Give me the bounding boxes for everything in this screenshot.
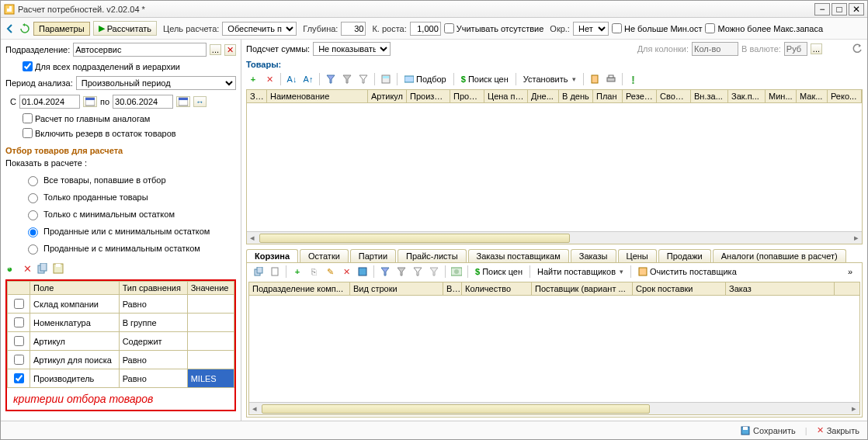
copy-icon[interactable] bbox=[36, 262, 49, 275]
dept-clear-button[interactable]: ✕ bbox=[224, 44, 236, 56]
grid-col[interactable]: Дне... bbox=[528, 90, 559, 102]
minimize-button[interactable]: − bbox=[814, 3, 830, 16]
add-icon[interactable]: + bbox=[246, 72, 260, 86]
tab-3[interactable]: Прайс-листы bbox=[398, 249, 466, 262]
add-row-icon[interactable]: ●+ bbox=[5, 262, 18, 275]
clear-supplier-button[interactable]: Очистить поставщика bbox=[635, 266, 740, 277]
sort-asc-icon[interactable]: A↓ bbox=[285, 72, 299, 86]
period-select[interactable]: Произвольный период bbox=[76, 76, 236, 90]
round-select[interactable]: Нет о bbox=[573, 22, 609, 36]
depth-input[interactable] bbox=[341, 22, 366, 36]
maximize-button[interactable]: □ bbox=[832, 3, 847, 16]
calculate-button[interactable]: ▶ Рассчитать bbox=[93, 21, 157, 36]
grid-col[interactable]: Реко... bbox=[828, 90, 862, 102]
grid-col[interactable]: В день bbox=[559, 90, 593, 102]
grid-col[interactable]: Своб... bbox=[657, 90, 691, 102]
sub-f4-icon[interactable] bbox=[427, 265, 441, 279]
sub-edit-icon[interactable]: ✎ bbox=[323, 265, 337, 279]
find-suppliers-dropdown[interactable]: Найти поставщиков bbox=[534, 266, 627, 277]
tab-5[interactable]: Заказы bbox=[571, 249, 616, 262]
grid-col[interactable]: План bbox=[593, 90, 623, 102]
grid-col[interactable]: Зак.п... bbox=[728, 90, 766, 102]
sub-grid-col[interactable]: Количество bbox=[462, 282, 532, 295]
back-icon[interactable] bbox=[5, 23, 16, 34]
calc-icon[interactable] bbox=[379, 72, 393, 86]
no-more-min-checkbox[interactable]: Не больше Мин.ост bbox=[612, 23, 703, 33]
save-button[interactable]: Сохранить bbox=[741, 426, 796, 435]
growth-input[interactable] bbox=[410, 22, 441, 36]
sub-copy-icon[interactable] bbox=[252, 265, 266, 279]
by-analogs-checkbox[interactable]: Расчет по главным аналогам bbox=[23, 113, 150, 123]
reload-icon[interactable] bbox=[852, 43, 863, 54]
grid-col[interactable]: Мин... bbox=[766, 90, 797, 102]
sub-grid-col[interactable]: Срок поставки bbox=[633, 282, 726, 295]
date-from-cal-button[interactable] bbox=[83, 96, 97, 107]
filter-row[interactable]: НоменклатураВ группе bbox=[8, 314, 234, 332]
sub-link-icon[interactable]: ⎘ bbox=[307, 265, 321, 279]
sub-add-icon[interactable]: + bbox=[290, 265, 304, 279]
filter3-icon[interactable] bbox=[356, 72, 370, 86]
filter-col-val[interactable]: Значение bbox=[187, 282, 234, 295]
date-to-cal-button[interactable] bbox=[176, 96, 190, 107]
filter-row[interactable]: АртикулСодержит bbox=[8, 332, 234, 351]
alert-icon[interactable]: ! bbox=[627, 72, 641, 86]
refresh-icon[interactable] bbox=[19, 23, 30, 34]
tab-1[interactable]: Остатки bbox=[300, 249, 349, 262]
delete-row-icon[interactable]: ✕ bbox=[21, 262, 33, 275]
filter-col-cmp[interactable]: Тип сравнения bbox=[119, 282, 187, 295]
grid-hscroll[interactable]: ◂▸ bbox=[247, 231, 862, 244]
tab-8[interactable]: Аналоги (попавшие в расчет) bbox=[713, 249, 846, 262]
grid-col[interactable]: Мак... bbox=[797, 90, 828, 102]
sub-grid-hscroll[interactable]: ◂▸ bbox=[249, 402, 859, 414]
print-icon[interactable] bbox=[604, 72, 618, 86]
tab-0[interactable]: Корзина bbox=[246, 249, 298, 262]
close-footer-button[interactable]: ✕Закрыть bbox=[817, 425, 859, 435]
sub-grid-col[interactable]: Подразделение комп... bbox=[249, 282, 350, 295]
tab-6[interactable]: Цены bbox=[618, 249, 657, 262]
params-button[interactable]: Параметры bbox=[33, 22, 90, 36]
dept-input[interactable] bbox=[73, 43, 207, 57]
show-radio-1[interactable]: Только проданные товары bbox=[24, 191, 236, 203]
sub-f2-icon[interactable] bbox=[394, 265, 408, 279]
grid-col[interactable]: Артикул bbox=[368, 90, 407, 102]
grid-col[interactable]: Прод... bbox=[450, 90, 484, 102]
save-filter-icon[interactable] bbox=[52, 262, 64, 275]
search-price-button[interactable]: $Поиск цен bbox=[458, 74, 512, 85]
date-to-input[interactable] bbox=[113, 95, 173, 109]
grid-col[interactable]: Наименование bbox=[267, 90, 368, 102]
grid-col[interactable]: Цена пр... bbox=[484, 90, 528, 102]
tab-4[interactable]: Заказы поставщикам bbox=[468, 249, 569, 262]
grid-col[interactable]: За... bbox=[247, 90, 267, 102]
subtotal-select[interactable]: Не показывать bbox=[313, 42, 391, 56]
can-more-max-checkbox[interactable]: Можно более Макс.запаса bbox=[705, 23, 823, 33]
sort-desc-icon[interactable]: A↑ bbox=[301, 72, 315, 86]
sub-doc-icon[interactable] bbox=[268, 265, 282, 279]
grid-col[interactable]: Резерв bbox=[623, 90, 657, 102]
filter2-icon[interactable] bbox=[340, 72, 354, 86]
filter-col-field[interactable]: Поле bbox=[30, 282, 120, 295]
tab-2[interactable]: Партии bbox=[350, 249, 396, 262]
remove-icon[interactable]: ✕ bbox=[262, 72, 276, 86]
goal-select[interactable]: Обеспечить пла bbox=[222, 22, 297, 36]
sub-money-icon[interactable] bbox=[450, 265, 464, 279]
show-radio-3[interactable]: Проданные или с минимальным остатком bbox=[24, 225, 236, 237]
sub-grid-col[interactable]: Поставщик (вариант ... bbox=[532, 282, 633, 295]
podbor-button[interactable]: Подбор bbox=[401, 74, 450, 85]
filter1-icon[interactable] bbox=[324, 72, 338, 86]
sub-grid-col[interactable]: Заказ bbox=[726, 282, 835, 295]
dept-ellipsis-button[interactable]: ... bbox=[210, 44, 221, 55]
sub-f1-icon[interactable] bbox=[378, 265, 392, 279]
set-dropdown[interactable]: Установить bbox=[520, 74, 579, 85]
tab-7[interactable]: Продажи bbox=[658, 249, 711, 262]
currency-ellipsis-button[interactable]: ... bbox=[811, 43, 822, 54]
grid-col[interactable]: Произво... bbox=[407, 90, 450, 102]
sub-save-icon[interactable] bbox=[356, 265, 370, 279]
sub-search-price-button[interactable]: $Поиск цен bbox=[472, 266, 526, 277]
sub-del-icon[interactable]: ✕ bbox=[339, 265, 353, 279]
show-radio-2[interactable]: Только с минимальным остатком bbox=[24, 208, 236, 220]
show-radio-0[interactable]: Все товары, попавшие в отбор bbox=[24, 174, 236, 186]
filter-row[interactable]: Артикул для поискаРавно bbox=[8, 351, 234, 369]
sub-grid-body[interactable] bbox=[249, 296, 859, 402]
all-depts-checkbox[interactable]: Для всех подразделений в иерархии bbox=[23, 61, 180, 71]
sub-more-icon[interactable]: » bbox=[843, 265, 857, 279]
